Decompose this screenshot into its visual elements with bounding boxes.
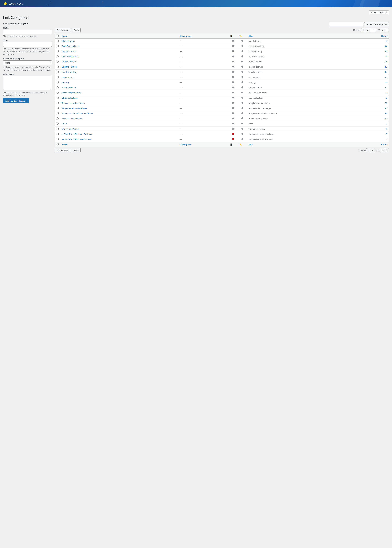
row-name-link-11[interactable]: SEO Applications [62,97,77,99]
bottom-toolbar: Bulk Actions ▾ Apply 42 items « ‹ 1 of 3… [55,148,389,153]
row-name-15: Theme Forest Themes [60,116,178,121]
bottom-bulk-actions-select[interactable]: Bulk Actions ▾ [55,148,71,153]
desc-label: Description [3,73,52,76]
row-name-link-10[interactable]: Other People's Books [62,91,81,94]
row-slug-2: cryptocurrency [247,49,357,54]
top-last-page-button[interactable]: » [385,28,389,32]
row-count-16: 1 [357,121,389,126]
row-name-link-8[interactable]: Hosting [62,81,69,83]
row-checkbox-16[interactable] [57,123,59,125]
row-name-9: Joomla Themes [60,85,178,90]
bottom-apply-button[interactable]: Apply [72,148,81,153]
row-dot1-icon-9 [232,86,234,88]
search-button[interactable]: Search Link Categories [364,22,389,27]
row-name-link-2[interactable]: Cryptocurrency [62,50,76,53]
bottom-last-page-button[interactable]: » [385,148,389,152]
name-input[interactable] [3,30,52,34]
row-name-link-13[interactable]: Templates – Landing Pages [62,107,87,110]
row-checkbox-12[interactable] [57,102,59,104]
col-icon-edit: ✏️ [239,35,242,37]
row-name-link-16[interactable]: VPNs [62,123,67,125]
row-checkbox-5[interactable] [57,66,59,68]
row-desc-16: — [178,121,228,126]
row-checkbox-13[interactable] [57,107,59,109]
row-count-19: 1 [357,137,389,142]
row-name-link-1[interactable]: CodeCanyon Items [62,45,79,47]
select-all-checkbox[interactable] [57,35,59,37]
row-name-link-6[interactable]: Email Marketing [62,71,76,73]
row-dot1-5 [228,64,238,70]
row-dot1-3 [228,54,238,59]
row-dot2-icon-7 [241,76,243,78]
row-checkbox-18[interactable] [57,133,59,135]
row-checkbox-0[interactable] [57,40,59,42]
add-new-link-category-button[interactable]: Add New Link Category [3,98,29,103]
row-name-link-4[interactable]: Drupal Themes [62,61,76,63]
row-checkbox-17[interactable] [57,128,59,130]
deco-plus-3: + [47,4,49,7]
deco-plus-1: + [50,1,52,4]
row-slug-3: domain-registrars [247,54,357,59]
top-page-input[interactable] [370,28,376,32]
row-check-0 [55,39,60,44]
top-prev-page-button[interactable]: ‹ [366,28,369,32]
row-name-link-5[interactable]: Elegant Themes [62,66,77,68]
row-dot2-icon-12 [241,102,243,104]
col-footer-desc[interactable]: Description [178,142,228,147]
desc-textarea[interactable] [3,76,52,90]
row-name-link-15[interactable]: Theme Forest Themes [62,118,82,120]
bottom-first-page-button[interactable]: « [366,148,370,152]
row-checkbox-3[interactable] [57,55,59,57]
row-checkbox-10[interactable] [57,91,59,94]
row-name-link-17[interactable]: WordPress Plugins [62,128,79,130]
row-checkbox-4[interactable] [57,61,59,62]
row-name-link-3[interactable]: Domain Registrars [62,55,79,58]
search-input[interactable] [329,22,363,27]
col-footer-name[interactable]: Name [60,142,178,147]
row-checkbox-2[interactable] [57,50,59,52]
bottom-prev-page-button[interactable]: ‹ [371,148,374,152]
row-check-17 [55,126,60,132]
top-bulk-actions-select[interactable]: Bulk Actions ▾ [55,28,71,32]
bottom-next-page-button[interactable]: › [381,148,384,152]
select-all-footer-checkbox[interactable] [57,143,59,145]
col-header-count[interactable]: Count [357,33,389,39]
row-checkbox-14[interactable] [57,112,59,114]
row-desc-13: — [178,106,228,111]
top-first-page-button[interactable]: « [361,28,365,32]
row-checkbox-9[interactable] [57,86,59,88]
row-dot2-icon-4 [241,61,243,62]
col-header-name[interactable]: Name [60,33,178,39]
row-checkbox-1[interactable] [57,45,59,47]
row-dot2-icon-1 [241,45,243,47]
slug-input[interactable] [3,42,52,47]
row-name-link-18[interactable]: — WordPress Plugins – Backups [62,133,92,135]
row-checkbox-19[interactable] [57,138,59,140]
row-count-5: 10 [357,64,389,70]
row-check-9 [55,85,60,90]
parent-select[interactable]: None [3,60,52,65]
row-dot2-icon-5 [241,66,243,68]
row-name-link-7[interactable]: Ghost Themes [62,76,75,78]
row-name-link-14[interactable]: Templates – Newsletter and Email [62,112,93,115]
row-slug-13: templates-landing-pages [247,106,357,111]
row-name-link-12[interactable]: Templates – Adobe Muse [62,102,85,104]
row-checkbox-7[interactable] [57,76,59,78]
col-header-desc[interactable]: Description [178,33,228,39]
row-checkbox-6[interactable] [57,71,59,73]
row-name-link-0[interactable]: Cloud Storage [62,40,75,42]
col-header-slug[interactable]: Slug [247,33,357,39]
row-checkbox-8[interactable] [57,81,59,83]
row-desc-1: — [178,44,228,49]
top-apply-button[interactable]: Apply [72,28,81,32]
row-name-14: Templates – Newsletter and Email [60,111,178,116]
screen-options-button[interactable]: Screen Options ▼ [369,10,389,14]
row-name-link-19[interactable]: — WordPress Plugins – Caching [62,138,91,140]
row-checkbox-15[interactable] [57,118,59,119]
row-name-link-9[interactable]: Joomla Themes [62,86,76,89]
row-checkbox-11[interactable] [57,97,59,99]
col-footer-count[interactable]: Count [357,142,389,147]
bottom-items-count: 42 items [358,149,366,152]
top-next-page-button[interactable]: › [381,28,384,32]
col-footer-slug[interactable]: Slug [247,142,357,147]
